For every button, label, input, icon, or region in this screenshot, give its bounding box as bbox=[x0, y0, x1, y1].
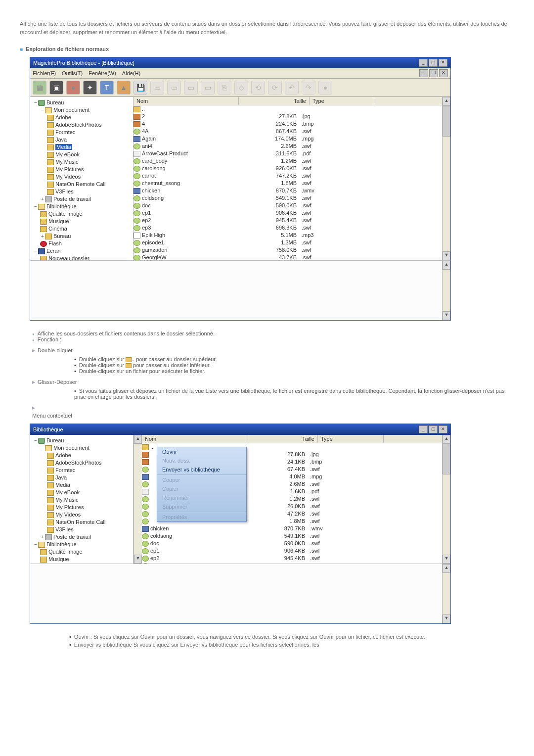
toolbar-btn-copy[interactable]: ⎘ bbox=[218, 81, 231, 94]
file-row[interactable]: ep1906.4KB.swf bbox=[142, 547, 442, 555]
tree-item[interactable]: My Pictures bbox=[55, 504, 84, 510]
file-row[interactable]: chestnut_ssong1.8MB.swf bbox=[134, 180, 442, 187]
tree-item[interactable]: Adobe bbox=[55, 452, 71, 458]
toolbar-btn-1[interactable]: ▦ bbox=[33, 81, 46, 94]
col-header-type[interactable]: Type bbox=[318, 435, 384, 443]
toolbar-btn-11[interactable]: ⟲ bbox=[251, 81, 265, 94]
tree-item[interactable]: My eBook bbox=[55, 151, 80, 157]
file-row[interactable]: ani42.6MB.swf bbox=[134, 142, 442, 150]
tree-item[interactable]: My Music bbox=[55, 497, 78, 503]
file-row[interactable]: 4A867.4KB.swf bbox=[134, 128, 442, 135]
tree-item[interactable]: Qualité Image bbox=[48, 549, 82, 555]
tree-item[interactable]: Adobe bbox=[55, 114, 71, 120]
tree-item[interactable]: V3Files bbox=[55, 526, 74, 532]
file-list[interactable]: Nom Taille Type ..27.8KB.jpg24.1KB.bmp67… bbox=[142, 435, 442, 564]
file-row[interactable]: ArrowCast-Product311.6KB.pdf bbox=[134, 150, 442, 157]
scroll-thumb[interactable] bbox=[443, 106, 450, 137]
ctx-open[interactable]: Ouvrir bbox=[157, 447, 246, 456]
tree-item[interactable]: AdobeStockPhotos bbox=[55, 460, 102, 466]
scroll-down-button[interactable]: ▼ bbox=[443, 251, 450, 260]
file-row[interactable]: chicken870.7KB.wmv bbox=[134, 187, 442, 194]
titlebar[interactable]: Bibliothèque _ ▢ ✕ bbox=[30, 424, 450, 435]
tree-item[interactable]: Media bbox=[55, 482, 70, 488]
vertical-scrollbar[interactable]: ▲ ▼ bbox=[442, 564, 450, 623]
tree-bureau[interactable]: Bureau bbox=[46, 99, 64, 105]
menu-help[interactable]: Aide(H) bbox=[122, 70, 140, 76]
toolbar-btn-7[interactable]: ▭ bbox=[167, 81, 181, 94]
file-row[interactable]: ep3696.3KB.swf bbox=[134, 224, 442, 232]
doc-close-button[interactable]: ✕ bbox=[439, 69, 448, 77]
folder-tree[interactable]: −Bureau −Mon document Adobe AdobeStockPh… bbox=[30, 435, 134, 564]
toolbar-btn-10[interactable]: ◇ bbox=[234, 81, 248, 94]
file-row[interactable]: ep2945.4KB.swf bbox=[142, 555, 442, 562]
file-row[interactable]: doc590.0KB.swf bbox=[142, 540, 442, 547]
file-row[interactable]: episode11.3MB.swf bbox=[134, 239, 442, 246]
toolbar-btn-stop[interactable]: ● bbox=[318, 81, 332, 94]
toolbar-btn-6[interactable]: ▭ bbox=[150, 81, 164, 94]
tree-item[interactable]: My Videos bbox=[55, 512, 81, 518]
file-row[interactable]: carolsong926.0KB.swf bbox=[134, 165, 442, 172]
tree-item[interactable]: NateOn Remote Call bbox=[55, 181, 106, 187]
toolbar-btn-2[interactable]: ▣ bbox=[49, 81, 63, 94]
toolbar-btn-5[interactable]: ▲ bbox=[117, 81, 131, 94]
tree-item[interactable]: Musique bbox=[48, 556, 69, 562]
file-row[interactable]: 227.8KB.jpg bbox=[134, 113, 442, 120]
toolbar-btn-3[interactable]: ● bbox=[66, 81, 80, 94]
toolbar-btn-12[interactable]: ⟳ bbox=[268, 81, 282, 94]
minimize-button[interactable]: _ bbox=[419, 59, 428, 67]
tree-item[interactable]: My Videos bbox=[55, 174, 81, 180]
file-row[interactable]: Epik High5.1MB.mp3 bbox=[134, 232, 442, 239]
file-row[interactable]: Again174.0MB.mpg bbox=[134, 135, 442, 142]
tree-item[interactable]: NateOn Remote Call bbox=[55, 519, 106, 525]
scroll-up-button[interactable]: ▲ bbox=[443, 564, 450, 573]
tree-item[interactable]: V3Files bbox=[55, 189, 74, 194]
context-menu[interactable]: Ouvrir Nouv. doss. Envoyer vs bibliothèq… bbox=[157, 447, 247, 522]
file-row[interactable]: coldsong549.1KB.swf bbox=[134, 194, 442, 202]
doc-minimize-button[interactable]: _ bbox=[419, 69, 428, 77]
file-row[interactable]: .. bbox=[134, 105, 442, 113]
scroll-thumb[interactable] bbox=[443, 444, 450, 474]
vertical-scrollbar[interactable]: ▲ ▼ bbox=[442, 435, 450, 564]
file-row[interactable]: gamzadori758.0KB.swf bbox=[134, 246, 442, 254]
col-header-type[interactable]: Type bbox=[310, 97, 375, 105]
tree-item[interactable]: Musique bbox=[48, 218, 69, 224]
tree-mydoc[interactable]: Mon document bbox=[53, 107, 89, 113]
maximize-button[interactable]: ▢ bbox=[429, 425, 438, 433]
tree-poste[interactable]: Poste de travail bbox=[53, 196, 91, 202]
tree-item[interactable]: Formtec bbox=[55, 129, 75, 135]
toolbar-btn-text[interactable]: T bbox=[100, 81, 114, 94]
tree-item[interactable]: AdobeStockPhotos bbox=[55, 122, 102, 128]
tree-biblio[interactable]: Bibliothèque bbox=[46, 541, 77, 547]
file-row[interactable]: chicken870.7KB.wmv bbox=[142, 525, 442, 532]
file-list[interactable]: Nom Taille Type ..227.8KB.jpg4224.1KB.bm… bbox=[134, 97, 442, 260]
file-row[interactable]: coldsong549.1KB.swf bbox=[142, 532, 442, 540]
maximize-button[interactable]: ▢ bbox=[429, 59, 438, 67]
toolbar-btn-undo[interactable]: ↶ bbox=[285, 81, 299, 94]
tree-item[interactable]: Formtec bbox=[55, 467, 75, 473]
scroll-up-button[interactable]: ▲ bbox=[134, 435, 142, 444]
col-header-size[interactable]: Taille bbox=[247, 435, 318, 443]
vertical-scrollbar[interactable]: ▲ ▼ bbox=[442, 261, 450, 320]
close-button[interactable]: ✕ bbox=[439, 59, 447, 67]
titlebar[interactable]: MagicInfoPro Bibliothèque - [Bibliothèqu… bbox=[30, 57, 450, 68]
toolbar-btn-4[interactable]: ✦ bbox=[83, 81, 97, 94]
toolbar-btn-save[interactable]: 💾 bbox=[134, 81, 147, 94]
list-header[interactable]: Nom Taille Type bbox=[142, 435, 442, 443]
scroll-down-button[interactable]: ▼ bbox=[134, 555, 142, 564]
file-row[interactable]: 4224.1KB.bmp bbox=[134, 120, 442, 128]
file-row[interactable]: ep2945.4KB.swf bbox=[134, 217, 442, 224]
tree-item[interactable]: Qualité Image bbox=[48, 211, 82, 217]
col-header-name[interactable]: Nom bbox=[134, 97, 239, 105]
col-header-name[interactable]: Nom bbox=[142, 435, 247, 443]
tree-item[interactable]: Flash bbox=[48, 240, 62, 246]
menu-window[interactable]: Fenêtre(W) bbox=[89, 70, 116, 76]
tree-item[interactable]: My Music bbox=[55, 159, 78, 165]
toolbar-btn-9[interactable]: ▭ bbox=[201, 81, 215, 94]
tree-item[interactable]: Bureau bbox=[53, 233, 71, 239]
toolbar-btn-8[interactable]: ▭ bbox=[184, 81, 198, 94]
file-row[interactable]: ep1906.4KB.swf bbox=[134, 209, 442, 217]
file-row[interactable]: doc590.0KB.swf bbox=[134, 202, 442, 209]
toolbar-btn-redo[interactable]: ↷ bbox=[302, 81, 315, 94]
doc-restore-button[interactable]: ❐ bbox=[429, 69, 438, 77]
scroll-up-button[interactable]: ▲ bbox=[443, 261, 450, 270]
